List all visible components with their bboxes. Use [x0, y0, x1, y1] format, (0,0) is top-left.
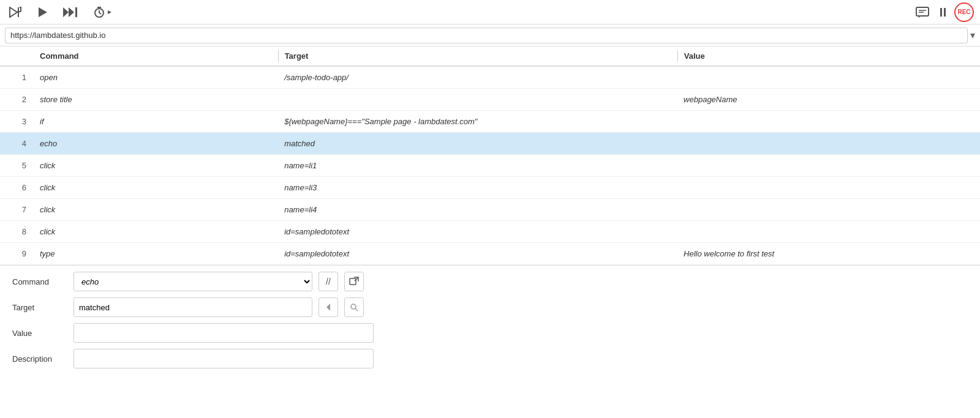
svg-marker-0 [10, 7, 17, 17]
command-column-header: Command [34, 47, 278, 65]
table-row[interactable]: 1 open /sample-todo-app/ [0, 67, 980, 89]
row-command: store title [34, 91, 278, 108]
row-number: 1 [0, 69, 34, 86]
description-label: Description [12, 354, 67, 364]
toolbar: REC [0, 0, 980, 24]
row-target [278, 96, 677, 103]
row-target: name=li1 [278, 157, 677, 174]
command-select-wrap: echo open click type if store title [74, 272, 312, 291]
row-number: 3 [0, 113, 34, 130]
row-number: 8 [0, 223, 34, 240]
svg-rect-7 [75, 7, 77, 17]
table-row[interactable]: 6 click name=li3 [0, 177, 980, 199]
run-button[interactable] [34, 4, 50, 20]
row-value [677, 74, 980, 81]
value-input[interactable] [74, 323, 374, 343]
row-command: if [34, 113, 278, 130]
row-number: 4 [0, 135, 34, 152]
svg-marker-6 [69, 7, 74, 17]
row-command: click [34, 201, 278, 218]
svg-marker-19 [326, 304, 330, 311]
value-column-header: Value [678, 47, 980, 65]
svg-rect-17 [350, 278, 356, 285]
row-value [677, 140, 980, 147]
table-row[interactable]: 8 click id=sampledototext [0, 221, 980, 243]
value-row: Value [12, 323, 968, 343]
table-row[interactable]: 4 echo matched [0, 133, 980, 155]
table-body: 1 open /sample-todo-app/ 2 store title w… [0, 67, 980, 265]
svg-rect-13 [916, 7, 929, 16]
row-number: 2 [0, 91, 34, 108]
table-header: Command Target Value [0, 47, 980, 67]
row-value [677, 228, 980, 236]
svg-line-18 [355, 277, 358, 281]
row-target: id=sampledototext [278, 245, 677, 262]
svg-point-20 [351, 304, 356, 309]
record-button[interactable]: REC [954, 2, 974, 22]
target-input[interactable] [74, 297, 312, 317]
target-row: Target [12, 297, 968, 317]
bottom-form: Command echo open click type if store ti… [0, 265, 980, 381]
row-target: matched [278, 135, 677, 152]
url-input[interactable] [5, 28, 968, 43]
url-bar: ▾ [0, 24, 980, 47]
toolbar-right: REC [913, 2, 974, 22]
svg-line-21 [355, 308, 358, 311]
comment-button[interactable] [913, 4, 932, 20]
pause-button[interactable] [938, 6, 948, 19]
step-over-button[interactable] [6, 4, 24, 20]
row-value: webpageName [677, 91, 980, 108]
row-target: name=li4 [278, 201, 677, 218]
target-select-button[interactable] [318, 297, 338, 317]
row-value [677, 184, 980, 192]
row-command: open [34, 69, 278, 86]
svg-marker-4 [39, 7, 47, 17]
command-label: Command [12, 277, 67, 286]
row-value [677, 206, 980, 214]
target-search-button[interactable] [344, 297, 364, 317]
command-row: Command echo open click type if store ti… [12, 272, 968, 291]
target-column-header: Target [279, 47, 677, 65]
table-row[interactable]: 7 click name=li4 [0, 199, 980, 221]
row-command: echo [34, 135, 278, 152]
svg-marker-12 [108, 10, 111, 14]
row-number: 9 [0, 245, 34, 262]
row-command: type [34, 245, 278, 262]
url-dropdown-button[interactable]: ▾ [970, 29, 975, 41]
row-number: 6 [0, 179, 34, 196]
row-target: id=sampledototext [278, 223, 677, 240]
row-command: click [34, 157, 278, 174]
run-all-button[interactable] [60, 4, 81, 20]
target-label: Target [12, 303, 67, 312]
row-value [677, 118, 980, 125]
row-target: /sample-todo-app/ [278, 69, 677, 86]
timer-button[interactable] [91, 4, 115, 20]
row-command: click [34, 223, 278, 240]
comment-inline-button[interactable]: // [318, 272, 338, 291]
table-row[interactable]: 3 if ${webpageName}==="Sample page - lam… [0, 111, 980, 133]
description-row: Description [12, 349, 968, 368]
open-external-button[interactable] [344, 272, 364, 291]
row-command: click [34, 179, 278, 196]
value-label: Value [12, 329, 67, 338]
table-row[interactable]: 9 type id=sampledototext Hello welcome t… [0, 243, 980, 265]
table-row[interactable]: 2 store title webpageName [0, 89, 980, 111]
row-target: ${webpageName}==="Sample page - lambdate… [278, 113, 677, 130]
command-select[interactable]: echo open click type if store title [74, 274, 312, 290]
row-value: Hello welcome to first test [677, 245, 980, 262]
description-input[interactable] [74, 349, 374, 368]
svg-marker-5 [63, 7, 69, 17]
row-target: name=li3 [278, 179, 677, 196]
row-number: 5 [0, 157, 34, 174]
svg-line-10 [99, 13, 101, 14]
row-value [677, 162, 980, 170]
row-number: 7 [0, 201, 34, 218]
table-row[interactable]: 5 click name=li1 [0, 155, 980, 177]
